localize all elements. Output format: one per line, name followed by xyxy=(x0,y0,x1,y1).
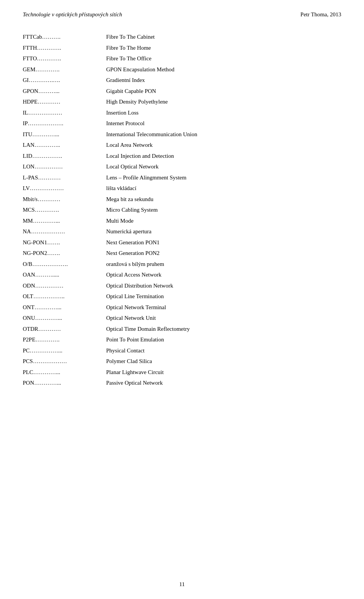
glossary-row: P2PE………….Point To Point Emulation xyxy=(23,334,341,345)
document-author: Petr Thoma, 2013 xyxy=(300,11,341,18)
abbreviation: GPON………... xyxy=(23,86,106,97)
abbreviation: ITU…………... xyxy=(23,129,106,140)
definition: Next Generation PON1 xyxy=(106,237,341,248)
glossary-row: O/B……………….oranžová s bílým pruhem xyxy=(23,259,341,270)
abbreviation: O/B………………. xyxy=(23,259,106,270)
glossary-row: IP……………….Internet Protocol xyxy=(23,118,341,129)
abbreviation: ONU…………... xyxy=(23,313,106,324)
glossary-row: PC……………...Physical Contact xyxy=(23,345,341,356)
abbreviation: FTTO…………. xyxy=(23,53,106,64)
definition: Point To Point Emulation xyxy=(106,334,341,345)
glossary-row: PLC…………...Planar Lightwave Circuit xyxy=(23,367,341,378)
definition: Optical Network Unit xyxy=(106,313,341,324)
abbreviation: LON…………… xyxy=(23,161,106,172)
definition: Optical Network Terminal xyxy=(106,302,341,313)
glossary-row: NG-PON2…….Next Generation PON2 xyxy=(23,248,341,259)
definition: Fibre To The Cabinet xyxy=(106,31,341,42)
glossary-row: LAN…………..Local Area Network xyxy=(23,140,341,151)
glossary-row: MCS………….Micro Cabling System xyxy=(23,204,341,215)
page-container: Technologie v optických přístupových sít… xyxy=(0,0,364,599)
definition: Gradientní Index xyxy=(106,75,341,86)
page-header: Technologie v optických přístupových sít… xyxy=(23,11,341,18)
abbreviation: Mbit/s………… xyxy=(23,194,106,205)
definition: Lens – Profile Alingmment System xyxy=(106,172,341,183)
definition: Optical Line Termination xyxy=(106,291,341,302)
definition: Gigabit Capable PON xyxy=(106,86,341,97)
glossary-row: ODN……………Optical Distribution Network xyxy=(23,280,341,291)
glossary-row: IL………………Insertion Loss xyxy=(23,107,341,118)
definition: Planar Lightwave Circuit xyxy=(106,367,341,378)
glossary-row: LON……………Local Optical Network xyxy=(23,161,341,172)
definition: GPON Encapsulation Method xyxy=(106,64,341,75)
document-title: Technologie v optických přístupových sít… xyxy=(23,11,122,18)
glossary-table: FTTCab……….Fibre To The CabinetFTTH………….F… xyxy=(23,31,341,388)
abbreviation: LID……………. xyxy=(23,151,106,162)
abbreviation: PLC…………... xyxy=(23,367,106,378)
definition: Physical Contact xyxy=(106,345,341,356)
definition: Insertion Loss xyxy=(106,107,341,118)
page-footer: 11 xyxy=(0,581,364,588)
glossary-row: HDPE…………High Density Polyethylene xyxy=(23,96,341,107)
glossary-row: Mbit/s…………Mega bit za sekundu xyxy=(23,194,341,205)
abbreviation: IL……………… xyxy=(23,107,106,118)
abbreviation: ODN…………… xyxy=(23,280,106,291)
glossary-row: PCS………………Polymer Clad Silica xyxy=(23,356,341,367)
definition: Optical Time Domain Reflectometry xyxy=(106,324,341,335)
glossary-row: OTDR…………Optical Time Domain Reflectometr… xyxy=(23,324,341,335)
abbreviation: NG-PON1……. xyxy=(23,237,106,248)
glossary-row: LV………………lišta vkládací xyxy=(23,183,341,194)
glossary-row: FTTH………….Fibre To The Home xyxy=(23,42,341,53)
abbreviation: OAN………..... xyxy=(23,269,106,280)
glossary-row: FTTO………….Fibre To The Office xyxy=(23,53,341,64)
abbreviation: PCS……………… xyxy=(23,356,106,367)
abbreviation: NG-PON2……. xyxy=(23,248,106,259)
abbreviation: MM…………... xyxy=(23,215,106,226)
abbreviation: LAN………….. xyxy=(23,140,106,151)
page-number: 11 xyxy=(179,581,185,587)
definition: Local Injection and Detection xyxy=(106,151,341,162)
abbreviation: FTTH…………. xyxy=(23,42,106,53)
glossary-row: OLT……………..Optical Line Termination xyxy=(23,291,341,302)
abbreviation: HDPE………… xyxy=(23,96,106,107)
definition: Multi Mode xyxy=(106,215,341,226)
glossary-row: ITU…………...International Telecommunicatio… xyxy=(23,129,341,140)
definition: Passive Optical Network xyxy=(106,377,341,388)
definition: Mega bit za sekundu xyxy=(106,194,341,205)
definition: Fibre To The Office xyxy=(106,53,341,64)
definition: International Telecommunication Union xyxy=(106,129,341,140)
abbreviation: PC……………... xyxy=(23,345,106,356)
abbreviation: PON…………... xyxy=(23,377,106,388)
definition: Local Optical Network xyxy=(106,161,341,172)
glossary-row: PON…………...Passive Optical Network xyxy=(23,377,341,388)
abbreviation: OTDR………… xyxy=(23,324,106,335)
definition: Micro Cabling System xyxy=(106,204,341,215)
glossary-row: GEM………….GPON Encapsulation Method xyxy=(23,64,341,75)
abbreviation: ONT…………... xyxy=(23,302,106,313)
definition: Internet Protocol xyxy=(106,118,341,129)
definition: oranžová s bílým pruhem xyxy=(106,259,341,270)
abbreviation: P2PE…………. xyxy=(23,334,106,345)
glossary-row: GPON………...Gigabit Capable PON xyxy=(23,86,341,97)
glossary-row: L-PAS…………Lens – Profile Alingmment Syste… xyxy=(23,172,341,183)
glossary-row: ONU…………...Optical Network Unit xyxy=(23,313,341,324)
abbreviation: MCS…………. xyxy=(23,204,106,215)
abbreviation: IP………………. xyxy=(23,118,106,129)
glossary-row: OAN……….....Optical Access Network xyxy=(23,269,341,280)
abbreviation: LV……………… xyxy=(23,183,106,194)
abbreviation: OLT…………….. xyxy=(23,291,106,302)
abbreviation: GEM…………. xyxy=(23,64,106,75)
definition: Next Generation PON2 xyxy=(106,248,341,259)
abbreviation: FTTCab………. xyxy=(23,31,106,42)
definition: High Density Polyethylene xyxy=(106,96,341,107)
definition: Optical Distribution Network xyxy=(106,280,341,291)
glossary-row: MM…………...Multi Mode xyxy=(23,215,341,226)
glossary-row: ONT…………...Optical Network Terminal xyxy=(23,302,341,313)
definition: lišta vkládací xyxy=(106,183,341,194)
definition: Fibre To The Home xyxy=(106,42,341,53)
definition: Numerická apertura xyxy=(106,226,341,237)
definition: Local Area Network xyxy=(106,140,341,151)
definition: Polymer Clad Silica xyxy=(106,356,341,367)
abbreviation: NA……………… xyxy=(23,226,106,237)
glossary-row: GI………….….Gradientní Index xyxy=(23,75,341,86)
glossary-row: LID…………….Local Injection and Detection xyxy=(23,151,341,162)
